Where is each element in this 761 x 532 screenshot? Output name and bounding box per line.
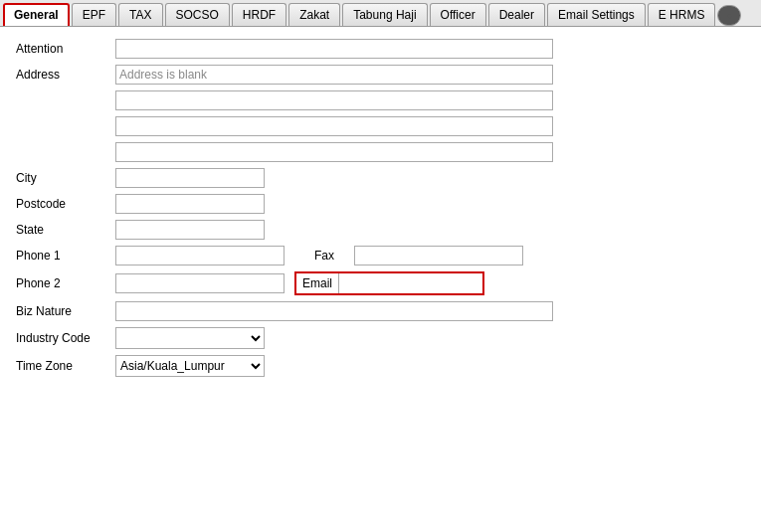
postcode-input[interactable]	[115, 194, 265, 214]
tab-epf[interactable]: EPF	[72, 3, 116, 26]
tab-tabung-haji[interactable]: Tabung Haji	[342, 3, 427, 26]
address-input-3[interactable]	[115, 116, 553, 136]
tab-zakat[interactable]: Zakat	[288, 3, 340, 26]
industry-code-label: Industry Code	[16, 331, 115, 345]
tab-hrdf[interactable]: HRDF	[232, 3, 286, 26]
phone2-input[interactable]	[115, 273, 285, 293]
attention-row: Attention	[16, 39, 745, 59]
email-label: Email	[296, 276, 338, 290]
address-label: Address	[16, 68, 115, 82]
biz-nature-row: Biz Nature	[16, 301, 745, 321]
phone1-label: Phone 1	[16, 249, 115, 263]
biz-nature-label: Biz Nature	[16, 304, 115, 318]
city-row: City	[16, 168, 745, 188]
address-row-2	[16, 90, 745, 110]
industry-code-row: Industry Code	[16, 327, 745, 349]
phone1-input[interactable]	[115, 246, 285, 266]
tab-e-hrms[interactable]: E HRMS	[648, 3, 716, 26]
address-row-3	[16, 116, 745, 136]
email-box: Email	[294, 271, 484, 295]
fax-input[interactable]	[354, 246, 523, 266]
tab-tax[interactable]: TAX	[118, 3, 162, 26]
tabs-bar: GeneralEPFTAXSOCSOHRDFZakatTabung HajiOf…	[0, 0, 761, 27]
tab-general[interactable]: General	[3, 3, 70, 26]
address-row-1: Address	[16, 65, 745, 85]
tab-email-settings[interactable]: Email Settings	[547, 3, 646, 26]
fax-label: Fax	[314, 249, 354, 263]
tab-socso[interactable]: SOCSO	[165, 3, 230, 26]
content-area: Attention Address City Postcode State Ph…	[0, 27, 761, 395]
state-input[interactable]	[115, 220, 265, 240]
address-input-2[interactable]	[115, 90, 553, 110]
postcode-label: Postcode	[16, 197, 115, 211]
biz-nature-input[interactable]	[115, 301, 553, 321]
timezone-row: Time Zone Asia/Kuala_Lumpur UTC Asia/Sin…	[16, 355, 745, 377]
tab-dealer[interactable]: Dealer	[488, 3, 545, 26]
city-input[interactable]	[115, 168, 265, 188]
attention-label: Attention	[16, 42, 115, 56]
tab-bubble[interactable]: ●	[717, 5, 741, 26]
phone2-label: Phone 2	[16, 276, 115, 290]
attention-input[interactable]	[115, 39, 553, 59]
industry-code-select[interactable]	[115, 327, 265, 349]
phone1-fax-row: Phone 1 Fax	[16, 246, 745, 266]
email-input[interactable]	[338, 273, 482, 293]
state-label: State	[16, 223, 115, 237]
tab-officer[interactable]: Officer	[430, 3, 486, 26]
address-input-4[interactable]	[115, 142, 553, 162]
timezone-select[interactable]: Asia/Kuala_Lumpur UTC Asia/Singapore	[115, 355, 265, 377]
address-row-4	[16, 142, 745, 162]
phone2-email-row: Phone 2 Email	[16, 271, 745, 295]
address-input-1[interactable]	[115, 65, 553, 85]
state-row: State	[16, 220, 745, 240]
timezone-label: Time Zone	[16, 359, 115, 373]
postcode-row: Postcode	[16, 194, 745, 214]
city-label: City	[16, 171, 115, 185]
